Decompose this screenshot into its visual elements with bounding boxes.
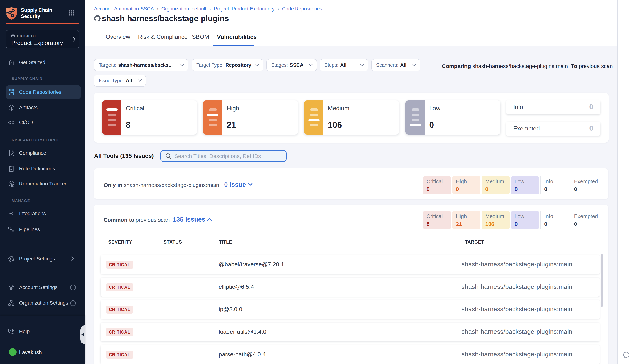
svg-text:?: ? — [10, 329, 11, 332]
